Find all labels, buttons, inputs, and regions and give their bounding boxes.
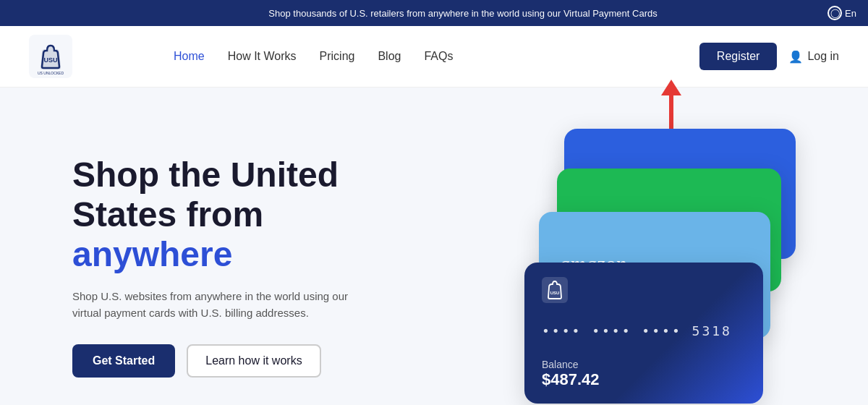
nav-blog[interactable]: Blog	[378, 50, 401, 63]
login-label: Log in	[807, 50, 839, 63]
learn-how-button[interactable]: Learn how it works	[187, 344, 320, 378]
hero-title-highlight: anywhere	[72, 235, 232, 273]
globe-icon: ◯	[827, 6, 842, 20]
nav-home[interactable]: Home	[174, 50, 205, 63]
top-banner: Shop thousands of U.S. retailers from an…	[0, 0, 868, 26]
register-button[interactable]: Register	[699, 43, 778, 70]
nav-faqs[interactable]: FAQs	[424, 50, 453, 63]
hero-title-line1: Shop the United	[72, 155, 339, 194]
hero-title: Shop the United States from anywhere	[72, 155, 448, 275]
card-number: •••• •••• •••• 5318	[542, 323, 746, 338]
login-button[interactable]: 👤 Log in	[788, 50, 839, 64]
hero-buttons: Get Started Learn how it works	[72, 344, 448, 378]
balance-amount: $487.42	[542, 370, 746, 389]
register-arrow-annotation	[661, 80, 681, 132]
hero-section: Shop the United States from anywhere Sho…	[72, 155, 448, 378]
svg-text:USU: USU	[43, 56, 57, 64]
usu-card-logo: USU	[542, 277, 746, 303]
person-icon: 👤	[788, 50, 803, 64]
balance-label: Balance	[542, 359, 746, 370]
svg-text:US UNLOCKED: US UNLOCKED	[38, 71, 64, 75]
banner-text: Shop thousands of U.S. retailers from an…	[98, 8, 827, 19]
arrow-shaft	[669, 95, 673, 132]
logo-icon: USU US UNLOCKED	[29, 35, 72, 78]
language-selector[interactable]: ◯ En	[827, 6, 856, 20]
nav-how-it-works[interactable]: How It Works	[228, 50, 297, 63]
card-balance: Balance $487.42	[542, 359, 746, 389]
logo[interactable]: USU US UNLOCKED	[29, 35, 72, 78]
main-content: Shop the United States from anywhere Sho…	[0, 88, 868, 405]
get-started-button[interactable]: Get Started	[72, 344, 175, 378]
arrow-up-icon	[661, 80, 681, 95]
cards-stack: Walmart ✦ hulu amazon ⌒→ USU •••• •••• •…	[492, 129, 796, 404]
hero-subtitle: Shop U.S. websites from anywhere in the …	[72, 289, 362, 321]
main-nav: Home How It Works Pricing Blog FAQs	[174, 50, 453, 63]
usu-card-logo-icon: USU	[542, 277, 568, 303]
nav-pricing[interactable]: Pricing	[320, 50, 355, 63]
lang-label: En	[845, 8, 856, 19]
nav-actions: Register 👤 Log in	[699, 43, 839, 70]
hero-title-line2: States from	[72, 195, 263, 234]
header: USU US UNLOCKED Home How It Works Pricin…	[0, 26, 868, 88]
usu-virtual-card: USU •••• •••• •••• 5318 Balance $487.42	[524, 263, 763, 404]
svg-text:USU: USU	[550, 291, 560, 295]
